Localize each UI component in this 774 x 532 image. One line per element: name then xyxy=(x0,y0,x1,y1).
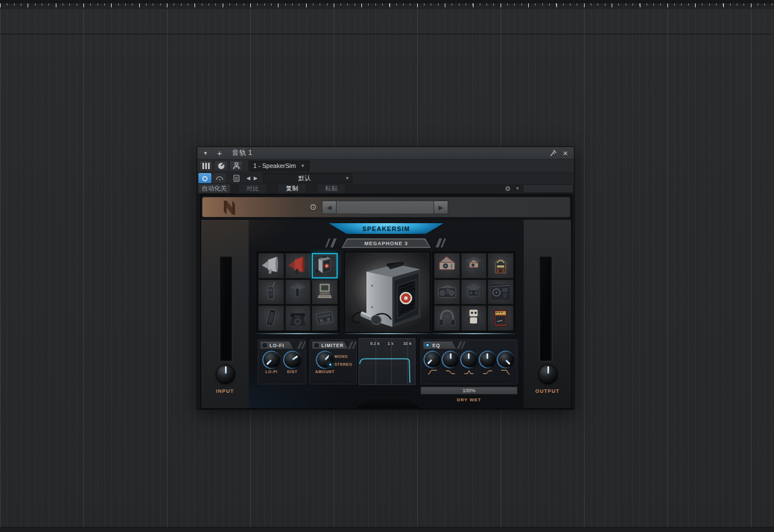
output-level-meter xyxy=(539,256,552,361)
device-grid-left xyxy=(256,251,339,333)
grid-cell-mini-amp[interactable] xyxy=(488,305,514,331)
timeline-ruler[interactable] xyxy=(0,3,774,9)
next-preset-arrow[interactable]: ▶ xyxy=(434,201,448,214)
output-label: OUTPUT xyxy=(524,388,571,394)
eq-highpass-knob-unit[interactable] xyxy=(425,352,440,375)
pin-window-icon[interactable] xyxy=(547,148,559,158)
boombox-cube-icon xyxy=(462,281,485,303)
compare-button[interactable]: 对比 xyxy=(239,184,266,193)
plugin-name: SPEAKERSIM xyxy=(362,225,410,232)
grid-cell-record-player-cube[interactable] xyxy=(461,253,487,278)
preset-file-icon[interactable] xyxy=(231,174,241,183)
grid-cell-smartphone[interactable] xyxy=(258,305,284,331)
input-level-meter xyxy=(220,256,232,361)
output-section: OUTPUT xyxy=(524,220,571,408)
dist-knob-unit[interactable]: DIST xyxy=(285,352,300,374)
highshelf-filter-icon xyxy=(483,369,493,375)
grid-cell-jukebox[interactable] xyxy=(488,253,514,278)
mode-stereo[interactable]: STEREO xyxy=(329,362,352,366)
knob-view-icon[interactable] xyxy=(214,161,228,171)
eq-enable-led[interactable] xyxy=(426,343,430,347)
plugin-header-bar: ⚙ ◀ ▶ xyxy=(202,197,570,218)
settings-gear-icon[interactable]: ⚙ xyxy=(505,185,511,193)
next-preset-icon[interactable]: ▶ xyxy=(252,174,259,183)
plugin-name-banner: SPEAKERSIM xyxy=(326,222,446,235)
lofi-header-tab: LO-FI xyxy=(260,342,293,349)
automation-toggle-button[interactable]: 自动化关 xyxy=(198,184,230,193)
channel-strip-icon[interactable] xyxy=(199,161,213,171)
mini-amp-icon xyxy=(489,307,512,330)
grid-cell-rotary-phone[interactable] xyxy=(285,305,311,331)
preset-toolbar: ◀ ▶ 默认 ▼ xyxy=(197,172,574,184)
preset-display-field[interactable] xyxy=(337,201,434,214)
plugin-window: ▼ + 音轨 1 × 1 - SpeakerSim ▼ xyxy=(197,147,574,410)
grid-cell-megaphone-box[interactable] xyxy=(312,253,338,278)
mode-mono[interactable]: MONO xyxy=(329,354,352,358)
plugin-slot-dropdown[interactable]: 1 - SpeakerSim ▼ xyxy=(249,161,309,171)
grid-cell-vintage-computer[interactable] xyxy=(312,280,338,305)
headphones-icon xyxy=(436,307,458,330)
lofi-enable-led[interactable] xyxy=(263,343,267,347)
limiter-panel: LIMITER AMOUNT MONOSTEREO xyxy=(309,339,357,384)
preset-name: 默认 xyxy=(264,174,345,183)
prev-preset-icon[interactable]: ◀ xyxy=(245,174,252,183)
input-section: INPUT xyxy=(201,220,249,408)
grid-cell-walkie-talkie-cube[interactable] xyxy=(285,280,311,305)
limiter-header-tab: LIMITER xyxy=(312,342,348,349)
speakersim-plugin-ui: ⚙ ◀ ▶ INPUT OUTPUT SPEAKERSIM xyxy=(200,194,572,409)
copy-button[interactable]: 复制 xyxy=(278,184,306,193)
dry-wet-slider[interactable]: 100% xyxy=(421,387,518,394)
grid-cell-walkie-talkie[interactable] xyxy=(258,280,284,305)
native-instruments-logo xyxy=(222,200,237,216)
add-insert-icon[interactable]: + xyxy=(217,149,222,157)
toolbar-empty-field[interactable] xyxy=(523,184,573,193)
jukebox-icon xyxy=(489,254,512,277)
bypass-button[interactable] xyxy=(213,173,226,183)
preset-gear-icon[interactable]: ⚙ xyxy=(309,202,317,212)
chevron-down-icon[interactable]: ▼ xyxy=(515,186,520,191)
eq-lowpass-knob-unit[interactable] xyxy=(498,352,513,375)
eq-frequency-graph: 0.1 k 1 k 10 k xyxy=(359,338,415,385)
car-interior-icon xyxy=(489,281,512,303)
plugin-power-button[interactable] xyxy=(198,173,211,183)
grid-cell-record-player[interactable] xyxy=(434,253,460,278)
plugin-slot-label: 1 - SpeakerSim xyxy=(253,162,296,169)
eq-panel: EQ xyxy=(421,339,518,384)
grid-cell-car-interior[interactable] xyxy=(488,280,514,305)
grid-cell-megaphone-red[interactable] xyxy=(285,253,311,278)
megaphone-cabinet-image xyxy=(345,253,430,332)
preset-dropdown[interactable]: 默认 ▼ xyxy=(263,173,352,183)
grid-cell-toy-robot[interactable] xyxy=(461,305,487,331)
walkie-talkie-cube-icon xyxy=(286,281,309,303)
grid-cell-tape-recorder[interactable] xyxy=(312,305,338,331)
eq-lowshelf-knob-unit[interactable] xyxy=(443,352,458,375)
eq-highshelf-knob-unit[interactable] xyxy=(480,352,495,375)
prev-preset-arrow[interactable]: ◀ xyxy=(322,201,337,214)
plugin-window-titlebar[interactable]: ▼ + 音轨 1 × xyxy=(197,147,574,159)
edit-toolbar: 自动化关 对比 复制 粘贴 ⚙ ▼ xyxy=(197,184,574,193)
model-selector-tab[interactable]: MEGAPHONE 3 xyxy=(342,238,431,248)
grid-cell-boombox[interactable] xyxy=(434,280,460,305)
insert-toolbar: 1 - SpeakerSim ▼ xyxy=(197,159,574,172)
boombox-icon xyxy=(436,281,458,303)
rotary-phone-icon xyxy=(286,307,309,330)
megaphone-red-icon xyxy=(286,254,309,277)
grid-cell-boombox-cube[interactable] xyxy=(461,280,487,305)
output-gain-knob[interactable] xyxy=(539,365,557,383)
routing-icon[interactable] xyxy=(229,161,243,171)
toy-robot-icon xyxy=(462,307,485,330)
window-menu-icon[interactable]: ▼ xyxy=(203,150,208,156)
input-gain-knob[interactable] xyxy=(216,365,235,383)
eq-bell-knob-unit[interactable] xyxy=(462,352,476,375)
input-label: INPUT xyxy=(201,388,249,394)
grid-cell-headphones[interactable] xyxy=(434,305,460,331)
paste-button[interactable]: 粘贴 xyxy=(318,184,345,193)
selected-device-artwork xyxy=(344,251,431,333)
walkie-talkie-icon xyxy=(260,281,282,303)
chevron-down-icon: ▼ xyxy=(300,163,305,169)
close-window-icon[interactable]: × xyxy=(559,148,572,158)
grid-cell-megaphone-white[interactable] xyxy=(258,253,284,278)
record-player-icon xyxy=(436,254,458,277)
limiter-enable-led[interactable] xyxy=(315,343,319,347)
lo-fi-knob-unit[interactable]: LO-FI xyxy=(264,352,279,374)
